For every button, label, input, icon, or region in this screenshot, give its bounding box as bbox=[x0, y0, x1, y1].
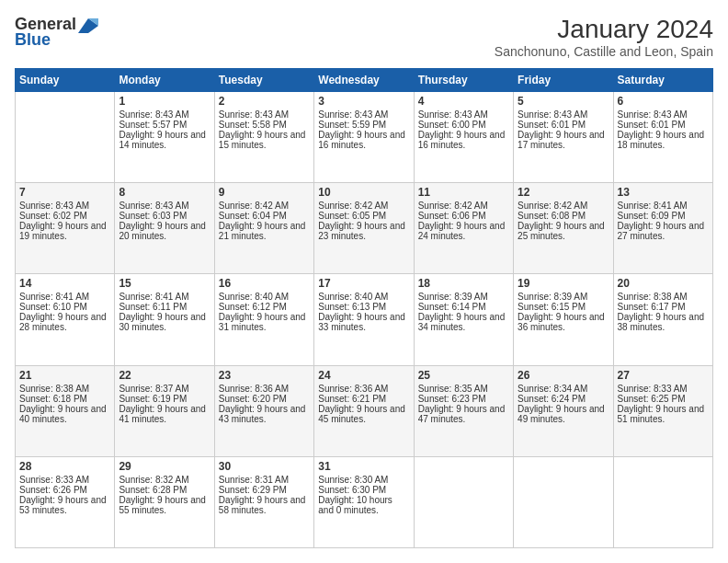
daylight-text: Daylight: 9 hours and 55 minutes. bbox=[119, 495, 210, 515]
sunrise-text: Sunrise: 8:43 AM bbox=[418, 109, 509, 120]
calendar-cell: 1Sunrise: 8:43 AMSunset: 5:57 PMDaylight… bbox=[115, 92, 214, 183]
sunset-text: Sunset: 6:26 PM bbox=[19, 485, 110, 495]
calendar-cell: 23Sunrise: 8:36 AMSunset: 6:20 PMDayligh… bbox=[214, 365, 313, 456]
logo-blue: Blue bbox=[15, 30, 51, 50]
daylight-text: Daylight: 9 hours and 19 minutes. bbox=[19, 221, 110, 241]
col-wednesday: Wednesday bbox=[314, 69, 414, 92]
sunrise-text: Sunrise: 8:30 AM bbox=[318, 475, 409, 485]
sunset-text: Sunset: 6:09 PM bbox=[618, 211, 709, 221]
calendar-cell: 27Sunrise: 8:33 AMSunset: 6:25 PMDayligh… bbox=[613, 365, 712, 456]
calendar-cell: 12Sunrise: 8:42 AMSunset: 6:08 PMDayligh… bbox=[514, 183, 613, 274]
sunrise-text: Sunrise: 8:43 AM bbox=[19, 201, 110, 211]
daylight-text: Daylight: 9 hours and 33 minutes. bbox=[318, 312, 409, 332]
calendar-cell: 25Sunrise: 8:35 AMSunset: 6:23 PMDayligh… bbox=[414, 365, 513, 456]
sunset-text: Sunset: 6:12 PM bbox=[219, 302, 310, 312]
day-number: 4 bbox=[418, 95, 509, 108]
calendar-cell: 29Sunrise: 8:32 AMSunset: 6:28 PMDayligh… bbox=[115, 456, 214, 547]
calendar-cell: 26Sunrise: 8:34 AMSunset: 6:24 PMDayligh… bbox=[514, 365, 613, 456]
day-number: 5 bbox=[518, 95, 609, 108]
sunset-text: Sunset: 6:15 PM bbox=[518, 302, 609, 312]
sunrise-text: Sunrise: 8:36 AM bbox=[318, 384, 409, 394]
day-number: 10 bbox=[318, 186, 409, 199]
sunrise-text: Sunrise: 8:32 AM bbox=[119, 475, 210, 485]
daylight-text: Daylight: 9 hours and 47 minutes. bbox=[418, 404, 509, 424]
sunrise-text: Sunrise: 8:39 AM bbox=[518, 292, 609, 302]
col-tuesday: Tuesday bbox=[214, 69, 313, 92]
calendar-week-4: 21Sunrise: 8:38 AMSunset: 6:18 PMDayligh… bbox=[16, 365, 713, 456]
sunset-text: Sunset: 6:13 PM bbox=[318, 302, 409, 312]
day-number: 2 bbox=[219, 95, 310, 108]
calendar-cell bbox=[16, 92, 115, 183]
sunset-text: Sunset: 6:00 PM bbox=[418, 120, 509, 130]
daylight-text: Daylight: 9 hours and 16 minutes. bbox=[418, 130, 509, 150]
page: General Blue January 2024 Sanchonuno, Ca… bbox=[0, 0, 728, 563]
sunrise-text: Sunrise: 8:33 AM bbox=[618, 384, 709, 394]
calendar-cell: 20Sunrise: 8:38 AMSunset: 6:17 PMDayligh… bbox=[613, 274, 712, 365]
sunset-text: Sunset: 6:17 PM bbox=[618, 302, 709, 312]
daylight-text: Daylight: 9 hours and 28 minutes. bbox=[19, 312, 110, 332]
daylight-text: Daylight: 10 hours and 0 minutes. bbox=[318, 495, 409, 515]
month-title: January 2024 bbox=[495, 15, 713, 44]
location: Sanchonuno, Castille and Leon, Spain bbox=[495, 44, 713, 59]
calendar-cell: 8Sunrise: 8:43 AMSunset: 6:03 PMDaylight… bbox=[115, 183, 214, 274]
daylight-text: Daylight: 9 hours and 34 minutes. bbox=[418, 312, 509, 332]
sunset-text: Sunset: 6:25 PM bbox=[618, 394, 709, 404]
daylight-text: Daylight: 9 hours and 21 minutes. bbox=[219, 221, 310, 241]
sunset-text: Sunset: 5:59 PM bbox=[318, 120, 409, 130]
day-number: 1 bbox=[119, 95, 210, 108]
daylight-text: Daylight: 9 hours and 45 minutes. bbox=[318, 404, 409, 424]
day-number: 17 bbox=[318, 277, 409, 290]
calendar-cell: 21Sunrise: 8:38 AMSunset: 6:18 PMDayligh… bbox=[16, 365, 115, 456]
sunrise-text: Sunrise: 8:38 AM bbox=[618, 292, 709, 302]
calendar-cell: 18Sunrise: 8:39 AMSunset: 6:14 PMDayligh… bbox=[414, 274, 513, 365]
calendar-cell bbox=[613, 456, 712, 547]
calendar-cell: 14Sunrise: 8:41 AMSunset: 6:10 PMDayligh… bbox=[16, 274, 115, 365]
day-number: 22 bbox=[119, 369, 210, 382]
calendar-cell: 2Sunrise: 8:43 AMSunset: 5:58 PMDaylight… bbox=[214, 92, 313, 183]
sunrise-text: Sunrise: 8:43 AM bbox=[518, 109, 609, 120]
daylight-text: Daylight: 9 hours and 18 minutes. bbox=[618, 130, 709, 150]
sunrise-text: Sunrise: 8:42 AM bbox=[418, 201, 509, 211]
sunset-text: Sunset: 6:28 PM bbox=[119, 485, 210, 495]
sunset-text: Sunset: 6:04 PM bbox=[219, 211, 310, 221]
daylight-text: Daylight: 9 hours and 27 minutes. bbox=[618, 221, 709, 241]
sunrise-text: Sunrise: 8:41 AM bbox=[618, 201, 709, 211]
sunset-text: Sunset: 6:30 PM bbox=[318, 485, 409, 495]
calendar-cell: 16Sunrise: 8:40 AMSunset: 6:12 PMDayligh… bbox=[214, 274, 313, 365]
calendar-cell: 28Sunrise: 8:33 AMSunset: 6:26 PMDayligh… bbox=[16, 456, 115, 547]
sunset-text: Sunset: 6:24 PM bbox=[518, 394, 609, 404]
sunset-text: Sunset: 6:10 PM bbox=[19, 302, 110, 312]
calendar-cell: 4Sunrise: 8:43 AMSunset: 6:00 PMDaylight… bbox=[414, 92, 513, 183]
calendar-cell: 10Sunrise: 8:42 AMSunset: 6:05 PMDayligh… bbox=[314, 183, 414, 274]
calendar-cell: 17Sunrise: 8:40 AMSunset: 6:13 PMDayligh… bbox=[314, 274, 414, 365]
day-number: 7 bbox=[19, 186, 110, 199]
sunrise-text: Sunrise: 8:34 AM bbox=[518, 384, 609, 394]
calendar-cell: 6Sunrise: 8:43 AMSunset: 6:01 PMDaylight… bbox=[613, 92, 712, 183]
sunrise-text: Sunrise: 8:43 AM bbox=[119, 201, 210, 211]
sunrise-text: Sunrise: 8:33 AM bbox=[19, 475, 110, 485]
daylight-text: Daylight: 9 hours and 53 minutes. bbox=[19, 495, 110, 515]
calendar-cell: 7Sunrise: 8:43 AMSunset: 6:02 PMDaylight… bbox=[16, 183, 115, 274]
sunset-text: Sunset: 6:02 PM bbox=[19, 211, 110, 221]
calendar-cell: 15Sunrise: 8:41 AMSunset: 6:11 PMDayligh… bbox=[115, 274, 214, 365]
sunrise-text: Sunrise: 8:41 AM bbox=[19, 292, 110, 302]
day-number: 3 bbox=[318, 95, 409, 108]
day-number: 15 bbox=[119, 277, 210, 290]
calendar-week-1: 1Sunrise: 8:43 AMSunset: 5:57 PMDaylight… bbox=[16, 92, 713, 183]
calendar-cell: 5Sunrise: 8:43 AMSunset: 6:01 PMDaylight… bbox=[514, 92, 613, 183]
calendar-cell: 30Sunrise: 8:31 AMSunset: 6:29 PMDayligh… bbox=[214, 456, 313, 547]
day-number: 11 bbox=[418, 186, 509, 199]
calendar-cell: 22Sunrise: 8:37 AMSunset: 6:19 PMDayligh… bbox=[115, 365, 214, 456]
day-number: 30 bbox=[219, 460, 310, 473]
day-number: 16 bbox=[219, 277, 310, 290]
calendar-cell: 24Sunrise: 8:36 AMSunset: 6:21 PMDayligh… bbox=[314, 365, 414, 456]
sunrise-text: Sunrise: 8:40 AM bbox=[219, 292, 310, 302]
day-number: 29 bbox=[119, 460, 210, 473]
col-monday: Monday bbox=[115, 69, 214, 92]
sunset-text: Sunset: 6:14 PM bbox=[418, 302, 509, 312]
calendar-week-3: 14Sunrise: 8:41 AMSunset: 6:10 PMDayligh… bbox=[16, 274, 713, 365]
sunset-text: Sunset: 6:08 PM bbox=[518, 211, 609, 221]
sunrise-text: Sunrise: 8:31 AM bbox=[219, 475, 310, 485]
calendar-cell bbox=[514, 456, 613, 547]
daylight-text: Daylight: 9 hours and 15 minutes. bbox=[219, 130, 310, 150]
